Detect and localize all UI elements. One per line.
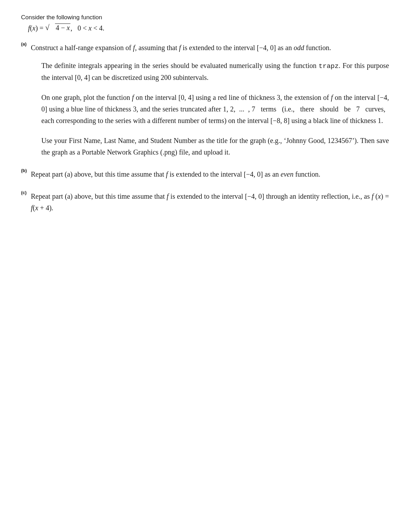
part-b-header: (b) Repeat part (a) above, but this time… <box>21 169 389 180</box>
sub-para-1: The definite integrals appearing in the … <box>41 60 389 83</box>
sqrt-content: 4 − x <box>55 23 70 32</box>
part-c-block: (c) Repeat part (a) above, but this time… <box>21 191 389 214</box>
part-a-text: Construct a half-range expansion of f, a… <box>31 42 389 54</box>
sqrt-symbol: 4 − x <box>45 24 70 32</box>
part-a-header: (a) Construct a half-range expansion of … <box>21 42 389 54</box>
sub-para-2: On one graph, plot the function f on the… <box>41 92 389 127</box>
function-f: f(x) = <box>28 24 45 32</box>
part-a-label: (a) <box>21 42 31 49</box>
part-a-block: (a) Construct a half-range expansion of … <box>21 42 389 158</box>
consider-label: Consider the following function <box>21 14 389 21</box>
part-c-header: (c) Repeat part (a) above, but this time… <box>21 191 389 214</box>
part-a-subblock: The definite integrals appearing in the … <box>41 60 389 158</box>
function-domain: , 0 < x < 4. <box>70 24 104 32</box>
part-b-text: Repeat part (a) above, but this time ass… <box>31 169 389 180</box>
trapz-function: trapz <box>319 62 339 70</box>
part-c-text: Repeat part (a) above, but this time ass… <box>31 191 389 214</box>
part-c-label: (c) <box>21 191 31 197</box>
function-line: f(x) = 4 − x, 0 < x < 4. <box>28 24 389 32</box>
part-b-block: (b) Repeat part (a) above, but this time… <box>21 169 389 180</box>
part-b-label: (b) <box>21 169 31 175</box>
sub-para-3: Use your First Name, Last Name, and Stud… <box>41 135 389 158</box>
